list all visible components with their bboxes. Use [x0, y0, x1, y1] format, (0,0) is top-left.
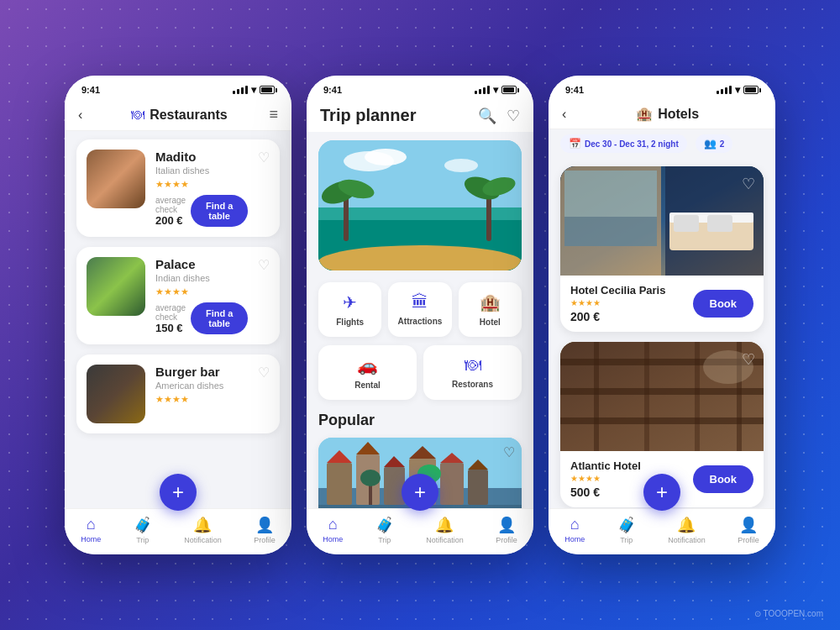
atlantic-heart[interactable]: ♡: [742, 350, 755, 369]
category-rental[interactable]: 🚗 Rental: [318, 345, 417, 400]
madito-stars: ★★★★: [155, 179, 248, 190]
madito-bottom: average check 200 € Find a table: [155, 195, 248, 227]
category-attractions[interactable]: 🏛 Attractions: [388, 282, 451, 337]
fab-2[interactable]: +: [402, 474, 438, 511]
category-grid-secondary: 🚗 Rental 🍽 Restorans: [318, 345, 522, 400]
fab-1[interactable]: +: [160, 474, 197, 511]
svg-rect-47: [594, 342, 599, 451]
nav-profile-3[interactable]: 👤 Profile: [738, 516, 759, 544]
cecilia-illustration: [560, 166, 764, 276]
trip-header-icons: 🔍 ♡: [478, 107, 520, 125]
hotels-icon: 🏨: [636, 106, 653, 122]
cecilia-heart[interactable]: ♡: [742, 175, 755, 193]
nav-notification-1[interactable]: 🔔 Notification: [184, 516, 222, 544]
nav-notification-3[interactable]: 🔔 Notification: [668, 516, 706, 544]
date-filter[interactable]: 📅 Dec 30 - Dec 31, 2 night: [560, 134, 687, 153]
atlantic-name: Atlantic Hotel: [570, 459, 641, 472]
book-button-cecilia[interactable]: Book: [693, 290, 754, 318]
nav-home-3[interactable]: ⌂ Home: [564, 516, 585, 544]
burger-cuisine: American dishes: [155, 381, 248, 391]
nav-trip-3[interactable]: 🧳 Trip: [617, 516, 636, 544]
trip-planner-header: Trip planner 🔍 ♡: [307, 99, 533, 132]
signal-icon-3: [717, 86, 732, 94]
rental-icon: 🚗: [357, 355, 378, 375]
trip-icon-3: 🧳: [617, 516, 636, 534]
restaurants-title: Restaurants: [150, 108, 227, 123]
svg-rect-38: [674, 215, 699, 232]
atlantic-details: Atlantic Hotel ★★★★ 500 €: [570, 459, 641, 499]
heart-icon-header[interactable]: ♡: [507, 107, 520, 125]
trip-label-1: Trip: [136, 536, 149, 544]
category-hotel[interactable]: 🏨 Hotel: [459, 282, 522, 337]
fab-3[interactable]: +: [643, 474, 680, 511]
time-1: 9:41: [81, 85, 100, 95]
phone-trip-planner: 9:41 ▾ Trip planner 🔍 ♡: [307, 76, 533, 554]
netherlands-heart[interactable]: ♡: [503, 444, 515, 460]
cecilia-info: Hotel Cecilia Paris ★★★★ 200 € Book: [560, 276, 764, 332]
search-icon-2[interactable]: 🔍: [478, 107, 496, 125]
cecilia-stars: ★★★★: [570, 298, 665, 307]
home-label-2: Home: [323, 535, 343, 543]
popular-title: Popular: [318, 412, 522, 429]
nav-trip-1[interactable]: 🧳 Trip: [134, 516, 152, 544]
status-icons-3: ▾: [717, 84, 759, 96]
phone-restaurants: 9:41 ▾ ‹ 🍽 Restaurants ≡ Madito Italian …: [65, 76, 291, 554]
hotel-card-cecilia: ♡ Hotel Cecilia Paris ★★★★ 200 € Book: [560, 166, 764, 332]
trip-icon-1: 🧳: [134, 516, 152, 534]
back-button-3[interactable]: ‹: [562, 107, 566, 122]
burger-stars: ★★★★: [155, 394, 248, 405]
find-table-madito[interactable]: Find a table: [191, 195, 248, 227]
category-restorans[interactable]: 🍽 Restorans: [423, 345, 522, 400]
category-grid-main: ✈ Flights 🏛 Attractions 🏨 Hotel: [318, 282, 522, 337]
notification-icon-2: 🔔: [435, 516, 454, 534]
trip-planner-body: ✈ Flights 🏛 Attractions 🏨 Hotel 🚗 Rental…: [307, 132, 533, 508]
svg-rect-49: [695, 342, 700, 451]
svg-rect-41: [564, 217, 657, 246]
time-2: 9:41: [323, 85, 342, 95]
palace-cuisine: Indian dishes: [155, 273, 248, 283]
category-flights[interactable]: ✈ Flights: [318, 282, 381, 337]
nav-home-2[interactable]: ⌂ Home: [323, 516, 343, 544]
nav-profile-2[interactable]: 👤 Profile: [496, 516, 517, 544]
restaurants-header: ‹ 🍽 Restaurants ≡: [65, 99, 291, 131]
back-button-1[interactable]: ‹: [78, 108, 82, 123]
rental-label: Rental: [354, 381, 381, 390]
palace-info: Palace Indian dishes ★★★★ average check …: [155, 257, 248, 334]
header-title-group-3: 🏨 Hotels: [573, 106, 762, 122]
home-icon-2: ⌂: [328, 516, 338, 533]
palace-heart[interactable]: ♡: [258, 257, 270, 273]
bottom-nav-1: ⌂ Home 🧳 Trip 🔔 Notification 👤 Profile: [65, 508, 291, 554]
notification-icon-3: 🔔: [677, 516, 696, 534]
cecilia-details: Hotel Cecilia Paris ★★★★ 200 €: [570, 284, 665, 323]
home-label-1: Home: [81, 535, 101, 543]
home-icon-3: ⌂: [570, 516, 580, 533]
trip-label-3: Trip: [620, 536, 633, 544]
svg-rect-46: [560, 417, 764, 424]
battery-icon-3: [743, 86, 759, 94]
status-icons-2: ▾: [475, 84, 517, 96]
battery-icon-1: [260, 86, 275, 94]
home-label-3: Home: [564, 535, 585, 543]
status-bar-1: 9:41 ▾: [65, 76, 291, 99]
madito-cuisine: Italian dishes: [155, 165, 248, 176]
nav-notification-2[interactable]: 🔔 Notification: [426, 516, 464, 544]
nav-profile-1[interactable]: 👤 Profile: [254, 516, 276, 544]
burger-image: [87, 365, 145, 423]
find-table-palace[interactable]: Find a table: [191, 302, 248, 334]
madito-heart[interactable]: ♡: [258, 150, 270, 165]
svg-point-29: [360, 470, 381, 486]
profile-label-2: Profile: [496, 536, 517, 544]
atlantic-illustration: [560, 342, 764, 451]
svg-rect-45: [560, 388, 764, 395]
nav-trip-2[interactable]: 🧳 Trip: [375, 516, 394, 544]
guests-filter[interactable]: 👥 2: [696, 134, 733, 153]
watermark: ⊙ TOOOPEN.com: [754, 609, 823, 618]
profile-icon-2: 👤: [497, 516, 516, 534]
book-button-atlantic[interactable]: Book: [693, 465, 754, 493]
date-filter-label: Dec 30 - Dec 31, 2 night: [585, 139, 679, 149]
flights-icon: ✈: [343, 292, 357, 312]
filter-icon-1[interactable]: ≡: [269, 106, 278, 123]
burger-heart[interactable]: ♡: [258, 365, 270, 381]
burger-info: Burger bar American dishes ★★★★: [155, 365, 248, 405]
nav-home-1[interactable]: ⌂ Home: [81, 516, 101, 544]
